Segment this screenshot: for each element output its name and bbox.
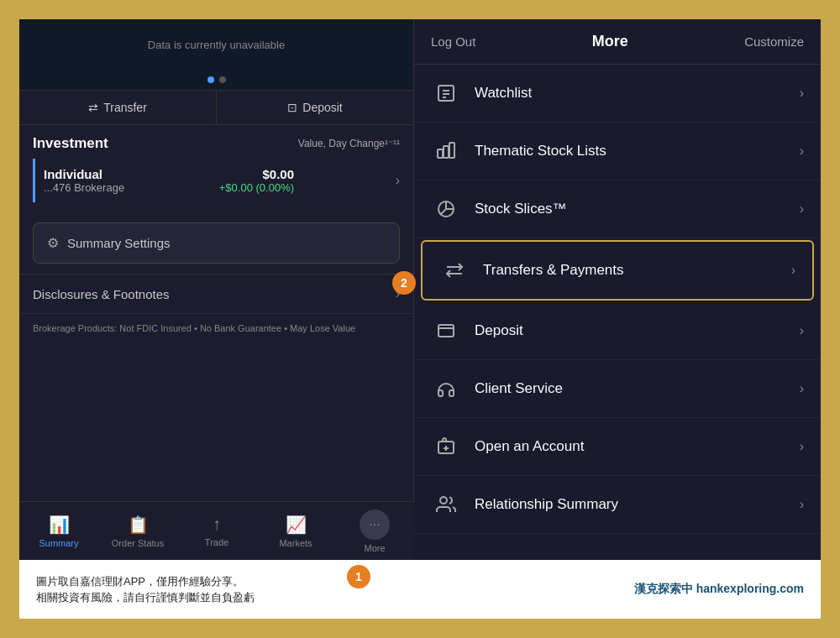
more-icon: ··· bbox=[360, 510, 390, 540]
customize-button[interactable]: Customize bbox=[744, 34, 804, 49]
nav-trade[interactable]: ↑ Trade bbox=[177, 515, 256, 547]
logout-button[interactable]: Log Out bbox=[431, 34, 475, 49]
transfers-label: Transfers & Payments bbox=[483, 262, 778, 279]
trade-icon: ↑ bbox=[213, 515, 221, 534]
summary-settings-button[interactable]: ⚙ Summary Settings bbox=[33, 222, 400, 264]
svg-rect-5 bbox=[444, 146, 449, 158]
svg-rect-4 bbox=[438, 149, 443, 158]
thematic-icon bbox=[431, 136, 461, 166]
investment-header: Investment Value, Day Change¹⁻¹¹ bbox=[33, 135, 400, 152]
transfer-menu-icon bbox=[439, 255, 470, 285]
bottom-nav: 📊 Summary 📋 Order Status ↑ Trade 📈 Marke… bbox=[19, 501, 414, 560]
deposit-menu-icon bbox=[431, 316, 461, 346]
menu-item-relationship[interactable]: Relationship Summary › bbox=[414, 476, 821, 534]
disclaimer-brand: 漢克探索中 hankexploring.com bbox=[634, 582, 804, 597]
more-header-label: More bbox=[592, 33, 628, 50]
svg-rect-6 bbox=[449, 143, 454, 158]
disclaimer-text: 圖片取自嘉信理財APP，僅用作經驗分享。相關投資有風險，請自行謹慎判斷並自負盈虧 bbox=[36, 573, 255, 606]
badge-2: 2 bbox=[392, 271, 416, 295]
transfer-deposit-bar: ⇄ Transfer ⊡ Deposit bbox=[19, 90, 413, 125]
menu-item-deposit[interactable]: Deposit › bbox=[414, 302, 821, 360]
disclosures-row[interactable]: Disclosures & Footnotes › bbox=[19, 274, 413, 313]
thematic-label: Thematic Stock Lists bbox=[475, 143, 786, 160]
summary-icon: 📊 bbox=[49, 515, 70, 535]
relationship-label: Relationship Summary bbox=[475, 496, 786, 513]
client-service-chevron-icon: › bbox=[800, 381, 804, 396]
menu-list: Watchlist › Thematic Stock Lists bbox=[414, 65, 821, 560]
slices-icon bbox=[431, 194, 461, 224]
menu-item-open-account[interactable]: Open an Account › bbox=[414, 418, 821, 476]
data-unavailable-message: Data is currently unavailable bbox=[19, 19, 413, 70]
right-header: Log Out More Customize bbox=[414, 19, 821, 65]
deposit-label: Deposit bbox=[475, 322, 786, 339]
account-arrow-icon: › bbox=[396, 173, 400, 188]
open-account-label: Open an Account bbox=[475, 438, 786, 455]
thematic-chevron-icon: › bbox=[800, 144, 804, 159]
account-row[interactable]: Individual ...476 Brokerage $0.00 +$0.00… bbox=[33, 159, 400, 202]
slices-chevron-icon: › bbox=[800, 201, 804, 217]
account-name: Individual bbox=[44, 167, 124, 181]
right-panel: Log Out More Customize bbox=[414, 19, 821, 560]
account-value: $0.00 bbox=[219, 167, 294, 181]
open-account-icon bbox=[431, 431, 461, 462]
investment-section: Investment Value, Day Change¹⁻¹¹ Individ… bbox=[19, 125, 413, 212]
disclosures-footnote: Brokerage Products: Not FDIC Insured • N… bbox=[19, 313, 413, 343]
transfer-button[interactable]: ⇄ Transfer bbox=[19, 91, 217, 124]
menu-item-thematic[interactable]: Thematic Stock Lists › bbox=[414, 123, 821, 180]
menu-item-watchlist[interactable]: Watchlist › bbox=[414, 65, 821, 123]
client-service-label: Client Service bbox=[475, 380, 786, 397]
disclaimer-bar: 圖片取自嘉信理財APP，僅用作經驗分享。相關投資有風險，請自行謹慎判斷並自負盈虧… bbox=[19, 560, 821, 619]
dot-1 bbox=[207, 76, 214, 83]
order-status-icon: 📋 bbox=[128, 515, 149, 535]
open-account-chevron-icon: › bbox=[800, 439, 804, 454]
slices-label: Stock Slices™ bbox=[475, 201, 786, 217]
account-number: ...476 Brokerage bbox=[44, 181, 124, 194]
account-values: $0.00 +$0.00 (0.00%) bbox=[219, 167, 294, 194]
transfer-icon: ⇄ bbox=[88, 101, 98, 114]
menu-item-slices[interactable]: Stock Slices™ › bbox=[414, 180, 821, 238]
relationship-chevron-icon: › bbox=[800, 497, 804, 512]
watchlist-icon bbox=[431, 78, 461, 108]
relationship-icon bbox=[431, 489, 461, 520]
dot-2 bbox=[219, 76, 226, 83]
deposit-button[interactable]: ⊡ Deposit bbox=[217, 91, 413, 124]
gear-icon: ⚙ bbox=[47, 235, 59, 251]
svg-point-12 bbox=[440, 497, 447, 504]
nav-summary[interactable]: 📊 Summary bbox=[19, 515, 98, 548]
nav-order-status[interactable]: 📋 Order Status bbox=[98, 515, 177, 548]
client-service-icon bbox=[431, 374, 461, 404]
account-change: +$0.00 (0.00%) bbox=[219, 181, 294, 194]
watchlist-chevron-icon: › bbox=[800, 86, 804, 101]
nav-markets[interactable]: 📈 Markets bbox=[256, 515, 335, 548]
menu-item-transfers[interactable]: Transfers & Payments › bbox=[421, 240, 814, 301]
watchlist-label: Watchlist bbox=[475, 85, 786, 102]
menu-item-client-service[interactable]: Client Service › bbox=[414, 360, 821, 418]
carousel-dots bbox=[19, 70, 413, 90]
markets-icon: 📈 bbox=[286, 515, 307, 535]
investment-subtitle: Value, Day Change¹⁻¹¹ bbox=[298, 138, 400, 149]
investment-title: Investment bbox=[33, 135, 108, 152]
svg-rect-8 bbox=[438, 325, 454, 337]
transfers-chevron-icon: › bbox=[791, 263, 795, 278]
account-info: Individual ...476 Brokerage bbox=[44, 167, 124, 194]
deposit-chevron-icon: › bbox=[800, 323, 804, 338]
deposit-icon: ⊡ bbox=[287, 101, 297, 114]
nav-more[interactable]: ··· More bbox=[335, 510, 414, 553]
